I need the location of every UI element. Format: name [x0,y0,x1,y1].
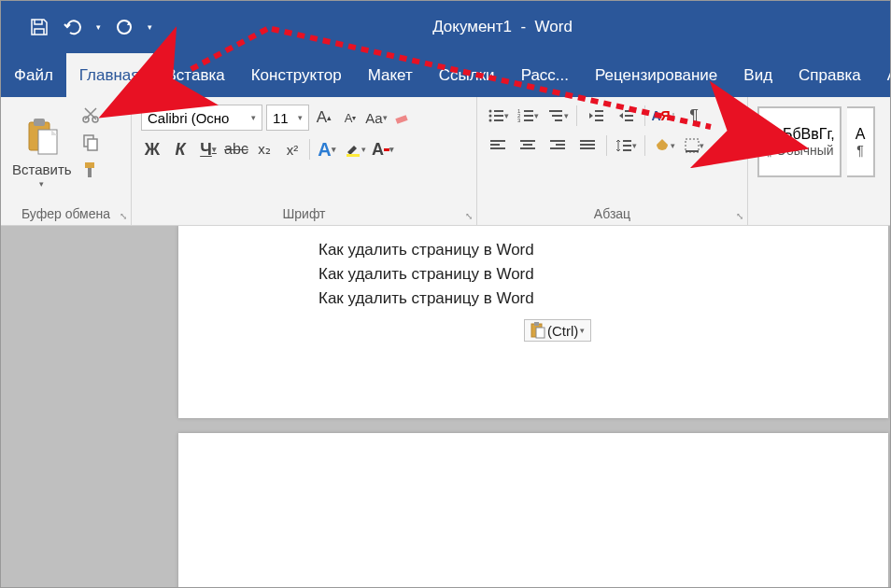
tab-abb[interactable]: ABB [874,53,891,97]
clipboard-launcher-icon[interactable]: ⤡ [120,211,127,221]
clear-formatting-icon[interactable] [391,106,414,129]
superscript-button[interactable]: x² [281,138,304,161]
tab-design[interactable]: Конструктор [238,53,355,97]
paste-button[interactable]: Вставить ▾ [7,101,78,203]
svg-rect-51 [534,322,539,326]
highlight-icon[interactable]: ▾ [344,138,366,161]
numbering-icon[interactable]: 123▾ [516,105,539,127]
font-color-icon[interactable]: A▾ [372,138,394,161]
underline-button[interactable]: Ч▾ [197,138,219,161]
italic-button[interactable]: К [169,138,191,161]
cut-icon[interactable] [81,105,100,127]
svg-point-16 [488,119,491,122]
sort-button[interactable]: АЯ↓ [653,105,675,127]
group-styles: АаБбВвГг, ¶ Обычный А ¶ [748,97,890,225]
change-case-button[interactable]: Aa▾ [365,106,388,129]
page-2[interactable] [178,433,888,588]
justify-icon[interactable] [576,134,599,157]
undo-dropdown-icon[interactable]: ▾ [96,22,101,32]
tab-references[interactable]: Ссылки [426,53,508,97]
tab-file[interactable]: Файл [1,53,66,97]
separator [644,105,645,126]
svg-rect-44 [580,147,595,149]
paragraph-launcher-icon[interactable]: ⤡ [736,211,743,221]
titlebar: ▾ ▾ Документ1 - Word [1,1,890,53]
svg-rect-41 [550,147,565,149]
paste-options-button[interactable]: (Ctrl) ▾ [524,319,591,342]
subscript-button[interactable]: x₂ [253,138,276,161]
font-size-combo[interactable]: 11▾ [266,105,309,131]
multilevel-list-icon[interactable]: ▾ [546,105,569,127]
window-title: Документ1 - Word [152,18,890,36]
style-normal[interactable]: АаБбВвГг, ¶ Обычный [757,106,842,177]
format-painter-icon[interactable] [81,161,100,183]
svg-rect-34 [490,144,500,146]
paste-options-icon [530,322,545,339]
svg-rect-8 [85,162,94,168]
tab-review[interactable]: Рецензирование [582,53,730,97]
font-name-combo[interactable]: Calibri (Осно▾ [141,105,262,131]
tab-help[interactable]: Справка [785,53,874,97]
svg-rect-46 [623,145,631,147]
bold-button[interactable]: Ж [141,138,163,161]
save-icon[interactable] [29,17,50,37]
tab-layout[interactable]: Макет [355,53,426,97]
doc-line[interactable]: Как удалить страницу в Word [318,265,888,284]
paste-icon [20,115,64,160]
chevron-down-icon: ▾ [298,113,303,122]
page-1[interactable]: Как удалить страницу в Word Как удалить … [178,226,888,418]
bullets-icon[interactable]: ▾ [487,105,509,127]
ribbon-tabs: Файл Главная Вставка Конструктор Макет С… [1,53,890,97]
svg-rect-48 [686,139,699,152]
document-area: Как удалить страницу в Word Как удалить … [1,226,890,588]
chevron-down-icon: ▾ [580,326,585,335]
svg-rect-43 [580,144,595,146]
shading-icon[interactable]: ▾ [653,134,675,157]
tab-insert[interactable]: Вставка [153,53,238,97]
redo-icon[interactable] [114,17,134,37]
decrease-indent-icon[interactable] [585,105,607,127]
style-next[interactable]: А ¶ [847,106,875,177]
svg-rect-27 [595,110,603,112]
clipboard-group-label: Буфер обмена [7,203,125,225]
line-spacing-icon[interactable]: ▾ [615,134,637,157]
align-left-icon[interactable] [487,134,509,157]
svg-text:3: 3 [517,118,521,123]
svg-rect-45 [623,140,631,142]
borders-icon[interactable]: ▾ [683,134,705,157]
text-effects-icon[interactable]: A▾ [316,138,338,161]
align-right-icon[interactable] [546,134,569,157]
font-size-value: 11 [273,110,289,126]
shrink-font-icon[interactable]: A▾ [339,106,361,129]
paste-dropdown-icon[interactable]: ▾ [39,179,44,189]
paste-options-label: (Ctrl) [547,323,578,339]
font-launcher-icon[interactable]: ⤡ [465,211,473,221]
svg-rect-29 [595,119,603,121]
doc-line[interactable]: Как удалить страницу в Word [318,289,888,308]
svg-rect-49 [686,150,699,152]
svg-rect-13 [494,110,503,112]
show-marks-icon[interactable]: ¶ [683,105,705,127]
group-paragraph: ▾ 123▾ ▾ АЯ↓ ¶ ▾ ▾ ▾ Абз [477,97,748,225]
copy-icon[interactable] [81,133,100,155]
group-clipboard: Вставить ▾ Буфер обмена ⤡ [1,97,132,225]
tab-mailings[interactable]: Расс... [508,53,582,97]
increase-indent-icon[interactable] [615,105,637,127]
font-name-value: Calibri (Осно [148,110,229,126]
align-center-icon[interactable] [516,134,539,157]
svg-rect-10 [395,115,407,124]
undo-icon[interactable] [63,17,83,37]
svg-rect-24 [549,110,562,112]
font-group-label: Шрифт [137,203,471,225]
grow-font-icon[interactable]: A▴ [313,106,335,129]
svg-rect-42 [580,140,595,142]
svg-rect-19 [524,110,533,112]
tab-home[interactable]: Главная [66,53,153,97]
svg-rect-26 [555,119,562,121]
tab-view[interactable]: Вид [730,53,785,97]
svg-rect-30 [625,110,633,112]
svg-rect-11 [346,154,360,157]
svg-rect-2 [34,119,45,126]
strikethrough-button[interactable]: abc [225,138,248,161]
doc-line[interactable]: Как удалить страницу в Word [318,241,888,259]
